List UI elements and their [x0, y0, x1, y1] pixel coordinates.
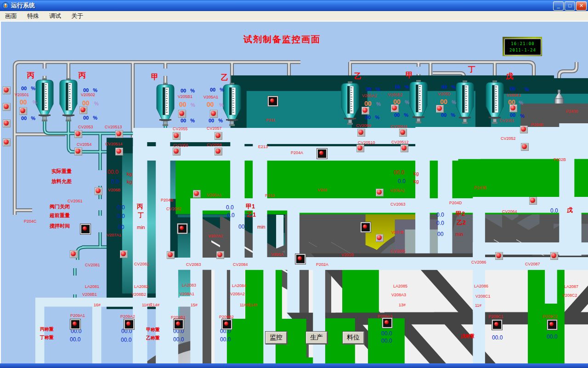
tank2-tag: V20502 [81, 93, 95, 97]
material-level-button[interactable]: 料位 [342, 331, 364, 344]
status-led-icon [173, 132, 181, 140]
weigh-wu-label: 戊称重 [461, 334, 475, 339]
tank4-unit: % [219, 103, 224, 108]
tank5-level-bot: 00 % [365, 115, 379, 120]
line2-time-unit: min [257, 224, 266, 230]
vessel-tag: V208C2 [562, 293, 577, 298]
weigh-ding-label: 丁称重 [40, 335, 54, 340]
line3-time-unit: min [455, 232, 464, 237]
tank6-unit: % [405, 100, 409, 105]
window-title: 运行系统 [11, 1, 35, 10]
actual-weight-value: 00.0 [107, 169, 118, 175]
menu-item-huamian[interactable]: 画面 [0, 12, 22, 21]
pump-tag: P204B [161, 198, 173, 202]
valve-tag: CV20512 [391, 140, 409, 144]
valve-tag: CV20511 [390, 125, 407, 129]
status-led-icon [357, 129, 365, 137]
vessel-tag: V201B [341, 253, 354, 257]
pump-tag: P204A [291, 151, 303, 155]
valve-tag: CV2062 [166, 207, 181, 211]
status-led-icon [399, 129, 407, 137]
minimize-button[interactable]: _ [553, 1, 564, 11]
valve-tag: CV2051 [499, 119, 514, 123]
tank4-level-top: 00 % [210, 87, 224, 92]
alarm-led-icon [124, 319, 134, 329]
alarm-led-icon [222, 319, 232, 329]
tank7-unit: % [452, 100, 456, 105]
alarm-led-icon [80, 224, 90, 234]
feeder-tag: LA2087 [564, 285, 578, 289]
vessel-tag: V206B [108, 188, 120, 192]
pump-tag: P204C [24, 219, 37, 224]
weigh-a3-value1: 00.0 [381, 331, 392, 336]
vessel-tag: V207B [391, 230, 404, 235]
valve-tag: CV2086 [471, 260, 486, 264]
tank3-value: 00 [179, 101, 187, 108]
valve-tag: CV2057 [207, 126, 222, 131]
tank8-level-bot: 00 [510, 113, 515, 118]
vessel-tag: P243B [474, 186, 486, 190]
feeder-tag: LA2085 [393, 284, 407, 288]
valve-tag: CV2055 [173, 127, 188, 131]
weigh-yi-value1: 00.0 [173, 337, 184, 342]
maximize-button[interactable]: □ [565, 1, 575, 11]
menu-bar: 画面 特殊 调试 关于 [0, 11, 588, 21]
valve-tag: CV2054 [77, 143, 92, 147]
application-window: 运行系统 _ □ ✕ 画面 特殊 调试 关于 [0, 0, 588, 368]
vessel-tag: V207A2 [208, 234, 223, 238]
status-led-icon [216, 251, 224, 259]
monitor-button[interactable]: 监控 [265, 331, 287, 344]
menu-item-tiaoshi[interactable]: 调试 [44, 12, 66, 21]
title-bar: 运行系统 _ □ ✕ [0, 0, 588, 11]
line4-name: 戊 [567, 207, 573, 213]
tank6-tag: V205B2 [388, 93, 402, 97]
alarm-led-icon [268, 96, 278, 106]
menu-item-teshu[interactable]: 特殊 [22, 12, 44, 21]
status-led-icon [19, 107, 27, 115]
discharge-tolerance-value: 0.0 [111, 179, 119, 184]
feeder-tag: LA2084 [232, 284, 246, 288]
vessel-tag: V208B1 [82, 293, 97, 297]
tank8-name: 戊 [506, 73, 513, 80]
tank5-name: 乙 [354, 73, 362, 80]
menu-item-guanyu[interactable]: 关于 [66, 12, 88, 21]
status-led-icon [550, 252, 558, 260]
tank8-level-top-unit: % [525, 87, 529, 92]
valve-tag: CV2083 [186, 263, 201, 267]
tank1-name: 丙 [27, 72, 34, 79]
status-led-icon [193, 190, 201, 198]
tank3-level-top: 00 % [181, 88, 195, 93]
tank2-value: 00 [82, 100, 90, 106]
status-led-icon [376, 234, 384, 242]
line2-time-value: 00 [238, 224, 244, 230]
vessel-tag: V208B2 [131, 293, 146, 297]
tank7-value: 00 [440, 98, 447, 105]
discharge-tolerance-unit: kg [127, 179, 132, 184]
status-led-icon [74, 148, 82, 155]
line3-name-a: 甲2 [456, 211, 465, 217]
valve-tag: CV2056 [173, 144, 188, 148]
weigh-jia-label: 甲称重 [146, 328, 160, 332]
line4-value: 0.0 [550, 208, 558, 213]
tank5-unit: % [376, 102, 381, 107]
status-led-icon [3, 120, 11, 127]
tank4-name: 乙 [221, 74, 228, 81]
weigh-wu-value2: 00.0 [547, 334, 557, 339]
vessel-tag: E213 [258, 145, 268, 149]
production-button[interactable]: 生产 [305, 331, 328, 344]
pump-tag: P209C2 [543, 315, 558, 319]
close-button[interactable]: ✕ [576, 1, 587, 11]
tank3-unit: % [191, 103, 195, 108]
valve-tag: CV2087 [525, 262, 540, 266]
discharge-tolerance-label: 放料允差 [51, 179, 72, 184]
pump-tag: P209B2 [219, 315, 234, 319]
alarm-led-icon [361, 222, 371, 232]
valve-tag: CV2064 [502, 210, 517, 214]
status-led-icon [115, 148, 123, 155]
weigh-bing-label: 丙称重 [40, 327, 54, 332]
line1-name-b: 丁 [138, 212, 144, 218]
clock-time: 16:21:00 [511, 41, 534, 46]
valve-tag: CV20513 [105, 125, 122, 129]
status-led-icon [79, 106, 87, 114]
weigh-a3-value2: 00.0 [381, 338, 392, 344]
